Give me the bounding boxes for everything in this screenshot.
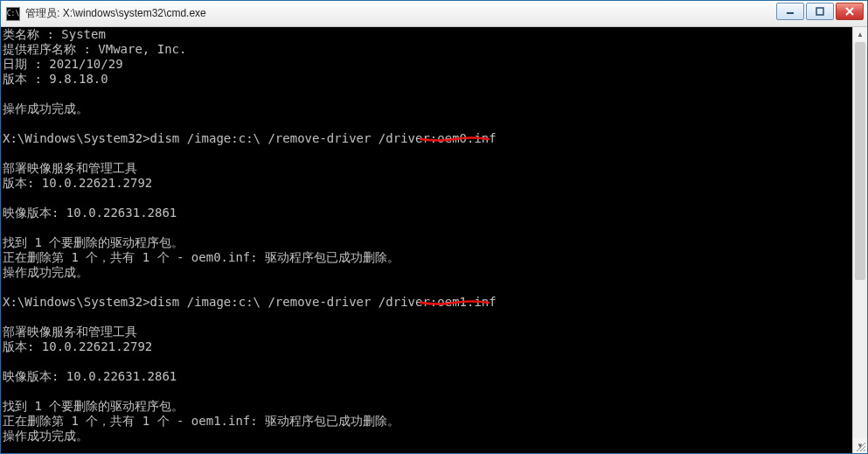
svg-rect-1 — [816, 8, 823, 15]
window-title: 管理员: X:\windows\system32\cmd.exe — [25, 6, 206, 21]
terminal-line — [3, 444, 865, 453]
terminal-line: 版本: 10.0.22621.2792 — [3, 176, 865, 191]
terminal-line: 正在删除第 1 个，共有 1 个 - oem0.inf: 驱动程序包已成功删除。 — [3, 250, 865, 265]
terminal-line — [3, 146, 865, 161]
terminal-line — [3, 87, 865, 101]
scroll-up-button[interactable]: ▲ — [853, 27, 867, 42]
terminal-line: 部署映像服务和管理工具 — [3, 161, 865, 176]
terminal-line: 操作成功完成。 — [3, 101, 865, 116]
terminal-line: 操作成功完成。 — [3, 429, 865, 444]
terminal-line — [3, 354, 865, 369]
scroll-thumb[interactable] — [855, 42, 865, 280]
terminal-output[interactable]: 类名称 : System提供程序名称 : VMware, Inc.日期 : 20… — [1, 27, 867, 453]
titlebar[interactable]: C:\ 管理员: X:\windows\system32\cmd.exe — [1, 1, 867, 27]
terminal-line — [3, 191, 865, 206]
terminal-line: 部署映像服务和管理工具 — [3, 325, 865, 339]
terminal-line — [3, 220, 865, 235]
close-button[interactable] — [836, 3, 864, 20]
minimize-button[interactable] — [776, 3, 804, 20]
maximize-button[interactable] — [806, 3, 834, 20]
terminal-line: 日期 : 2021/10/29 — [3, 57, 865, 72]
terminal-line: 找到 1 个要删除的驱动程序包。 — [3, 399, 865, 414]
terminal-line: 操作成功完成。 — [3, 265, 865, 280]
terminal-line: X:\Windows\System32>dism /image:c:\ /rem… — [3, 131, 865, 146]
terminal-client-area: 类名称 : System提供程序名称 : VMware, Inc.日期 : 20… — [1, 27, 867, 453]
terminal-line: 正在删除第 1 个，共有 1 个 - oem1.inf: 驱动程序包已成功删除。 — [3, 414, 865, 429]
cmd-window: C:\ 管理员: X:\windows\system32\cmd.exe 类名称… — [0, 0, 868, 454]
terminal-line — [3, 116, 865, 131]
terminal-line — [3, 280, 865, 295]
terminal-line: 类名称 : System — [3, 27, 865, 42]
terminal-line: 版本 : 9.8.18.0 — [3, 72, 865, 87]
terminal-line: 映像版本: 10.0.22631.2861 — [3, 206, 865, 220]
terminal-line — [3, 310, 865, 325]
window-buttons — [776, 3, 864, 20]
terminal-line: X:\Windows\System32>dism /image:c:\ /rem… — [3, 295, 865, 310]
cmd-icon: C:\ — [6, 7, 20, 21]
scroll-track[interactable] — [853, 42, 867, 438]
vertical-scrollbar[interactable]: ▲ ▼ — [852, 27, 867, 453]
terminal-line: 提供程序名称 : VMware, Inc. — [3, 42, 865, 57]
resize-grip-icon[interactable] — [854, 440, 866, 452]
terminal-line — [3, 384, 865, 399]
terminal-line: 映像版本: 10.0.22631.2861 — [3, 369, 865, 384]
svg-line-6 — [864, 450, 865, 451]
terminal-line: 找到 1 个要删除的驱动程序包。 — [3, 235, 865, 250]
terminal-line: 版本: 10.0.22621.2792 — [3, 339, 865, 354]
